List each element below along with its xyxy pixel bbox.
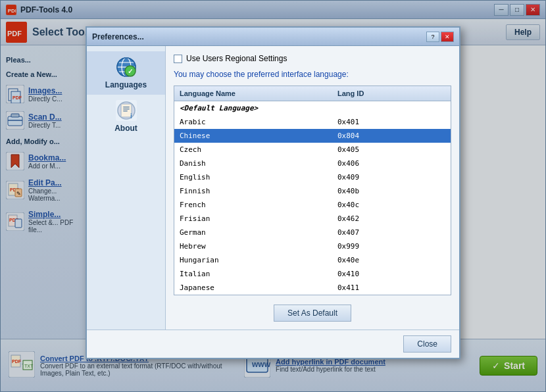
table-row[interactable]: Czech0x405 (174, 143, 451, 157)
dialog-footer: Close (87, 330, 459, 358)
table-row[interactable]: French0x40c (174, 198, 451, 212)
svg-rect-44 (123, 109, 130, 110)
set-default-button[interactable]: Set As Default (274, 305, 351, 322)
table-row[interactable]: Frisian0x462 (174, 212, 451, 226)
cell-id: 0x405 (332, 144, 398, 155)
table-row[interactable]: <Default Language> (174, 101, 451, 115)
cell-id: 0x406 (332, 158, 398, 169)
cell-id: 0x411 (332, 282, 398, 293)
cell-name: Finnish (174, 185, 332, 197)
dialog-body: ✓ Languages (87, 46, 459, 330)
language-table: Language Name Lang ID <Default Language>… (174, 86, 451, 295)
table-header: Language Name Lang ID (174, 86, 451, 101)
dialog-main: Use Users Regional Settings You may choo… (166, 46, 459, 330)
table-row[interactable]: German0x407 (174, 226, 451, 239)
table-row[interactable]: Italian0x410 (174, 267, 451, 281)
preferences-dialog: Preferences... ? ✕ (86, 26, 460, 359)
table-row[interactable]: Hungarian0x40e (174, 253, 451, 267)
checkbox-label[interactable]: Use Users Regional Settings (186, 54, 287, 63)
about-icon: i (116, 100, 137, 121)
cell-id: 0x409 (332, 172, 398, 183)
dialog-sidebar: ✓ Languages (87, 46, 166, 330)
about-label: About (114, 124, 137, 133)
cell-id: 0x40c (332, 199, 398, 210)
svg-text:✓: ✓ (128, 68, 133, 75)
svg-text:i: i (130, 112, 132, 120)
dsidebar-languages[interactable]: ✓ Languages (87, 51, 165, 95)
cell-name: Arabic (174, 116, 332, 128)
cell-id: 0x407 (332, 227, 398, 238)
table-row[interactable]: Japanese0x411 (174, 281, 451, 295)
cell-name: French (174, 199, 332, 210)
cell-id (332, 103, 398, 114)
cell-name: Czech (174, 144, 332, 155)
table-row[interactable]: Chinese0x804 (174, 129, 451, 143)
col-header-id[interactable]: Lang ID (332, 88, 398, 99)
cell-id: 0x804 (332, 130, 398, 141)
languages-label: Languages (105, 80, 147, 89)
svg-rect-45 (123, 110, 128, 112)
dsidebar-about[interactable]: i About (87, 95, 165, 138)
dialog-close-footer-button[interactable]: Close (403, 335, 451, 353)
cell-id: 0x410 (332, 268, 398, 280)
pref-hint: You may choose the preferred interface l… (174, 70, 451, 79)
cell-id: 0x40b (332, 185, 398, 197)
dialog-title-buttons: ? ✕ (426, 32, 454, 42)
languages-icon: ✓ (116, 57, 137, 78)
table-row[interactable]: Arabic0x401 (174, 115, 451, 129)
cell-id: 0x401 (332, 116, 398, 128)
dialog-title-bar: Preferences... ? ✕ (87, 28, 459, 46)
app-window: PDF PDF-Tools 4.0 ─ □ ✕ PDF Select Too..… (0, 0, 546, 392)
cell-name: Frisian (174, 213, 332, 224)
cell-name: Chinese (174, 130, 332, 141)
cell-name: Italian (174, 268, 332, 280)
table-row[interactable]: Hebrew0x999 (174, 239, 451, 253)
cell-id: 0x999 (332, 241, 398, 252)
cell-name: Hebrew (174, 241, 332, 252)
cell-name: Hungarian (174, 255, 332, 266)
cell-name: Danish (174, 158, 332, 169)
col-header-name[interactable]: Language Name (174, 88, 332, 99)
table-row[interactable]: English0x409 (174, 170, 451, 184)
dialog-help-button[interactable]: ? (426, 32, 439, 42)
table-row[interactable]: Finnish0x40b (174, 184, 451, 198)
svg-rect-43 (123, 107, 130, 108)
dialog-title: Preferences... (92, 32, 426, 41)
cell-name: English (174, 172, 332, 183)
regional-settings-checkbox[interactable] (174, 55, 182, 63)
cell-name: <Default Language> (174, 103, 332, 114)
dialog-overlay: Preferences... ? ✕ (0, 0, 546, 392)
cell-id: 0x40e (332, 255, 398, 266)
cell-name: Japanese (174, 282, 332, 293)
table-body: <Default Language>Arabic0x401Chinese0x80… (174, 101, 451, 295)
cell-name: German (174, 227, 332, 238)
dialog-close-button[interactable]: ✕ (441, 32, 454, 42)
table-row[interactable]: Danish0x406 (174, 157, 451, 170)
cell-id: 0x462 (332, 213, 398, 224)
checkbox-row: Use Users Regional Settings (174, 54, 451, 63)
